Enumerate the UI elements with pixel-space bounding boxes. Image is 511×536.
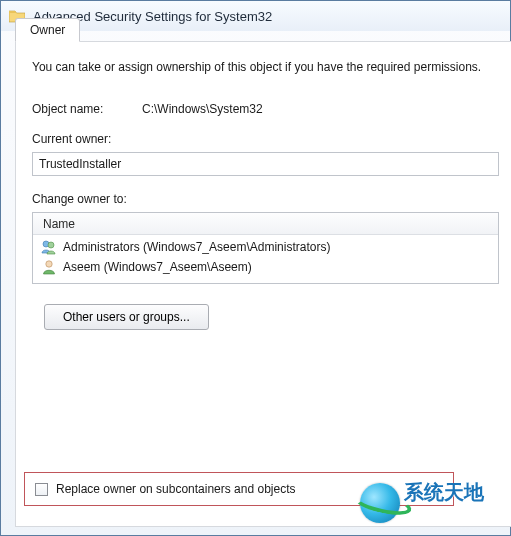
listview-header[interactable]: Name [33, 213, 498, 235]
current-owner-label: Current owner: [32, 132, 499, 146]
change-owner-label: Change owner to: [32, 192, 499, 206]
description-text: You can take or assign ownership of this… [32, 60, 499, 74]
user-icon [41, 259, 57, 275]
list-item[interactable]: Aseem (Windows7_Aseem\Aseem) [41, 257, 490, 277]
current-owner-field: TrustedInstaller [32, 152, 499, 176]
other-users-button[interactable]: Other users or groups... [44, 304, 209, 330]
tab-content: You can take or assign ownership of this… [16, 42, 511, 340]
column-name: Name [43, 217, 75, 231]
current-owner-value: TrustedInstaller [39, 157, 121, 171]
list-item[interactable]: Administrators (Windows7_Aseem\Administr… [41, 237, 490, 257]
tab-panel: Owner You can take or assign ownership o… [15, 41, 511, 527]
replace-owner-label: Replace owner on subcontainers and objec… [56, 482, 295, 496]
list-item-text: Administrators (Windows7_Aseem\Administr… [63, 240, 330, 254]
replace-owner-checkbox[interactable] [35, 483, 48, 496]
object-name-value: C:\Windows\System32 [142, 102, 263, 116]
svg-point-2 [46, 261, 52, 267]
tab-owner[interactable]: Owner [15, 18, 80, 42]
group-icon [41, 239, 57, 255]
tab-label: Owner [30, 23, 65, 37]
listview-body: Administrators (Windows7_Aseem\Administr… [33, 235, 498, 283]
owner-listview[interactable]: Name Administrators (Windows7_Aseem [32, 212, 499, 284]
svg-point-1 [48, 242, 54, 248]
list-item-text: Aseem (Windows7_Aseem\Aseem) [63, 260, 252, 274]
window-frame: Advanced Security Settings for System32 … [0, 0, 511, 536]
replace-owner-highlight: Replace owner on subcontainers and objec… [24, 472, 454, 506]
object-name-label: Object name: [32, 102, 142, 116]
